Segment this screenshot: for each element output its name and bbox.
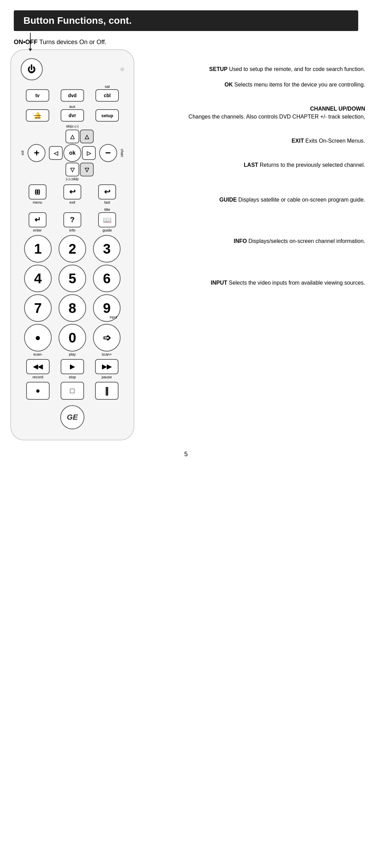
dvd-button[interactable]: dvd <box>61 89 84 102</box>
play-button[interactable]: ▶ <box>61 359 84 374</box>
record-label: record <box>32 375 43 379</box>
title-label-above: title <box>104 207 110 212</box>
dvr-button[interactable]: dvr <box>61 109 84 122</box>
transport-row: ◀◀ record ▶ stop ▶▶ pause <box>17 359 127 379</box>
vol-label: vol <box>20 151 24 155</box>
scan-plus-label: scan+ <box>102 352 112 356</box>
dpad-up-button[interactable]: △ <box>65 130 79 143</box>
chan-down-button[interactable]: ▽ <box>80 163 94 176</box>
scan-minus-label: scan- <box>33 352 43 356</box>
rewind-button[interactable]: ◀◀ <box>26 359 50 374</box>
numpad-row-1: 1 2 3 <box>17 235 127 263</box>
header-title: Button Functions, cont. <box>23 15 132 26</box>
input-sublabel: input <box>110 315 117 319</box>
menu-label: menu <box>33 200 42 204</box>
led-indicator <box>121 68 124 71</box>
vol-chan-row: vol + skip▷▷| △ <box>17 124 127 182</box>
last-label: last <box>104 200 110 204</box>
power-button[interactable]: ⏻ <box>21 58 43 80</box>
num-2-button[interactable]: 2 <box>59 235 86 263</box>
chan-label: chan <box>120 149 124 157</box>
dot-button[interactable]: ● <box>24 324 52 351</box>
dpad-left-button[interactable]: ◁ <box>49 146 63 160</box>
cbl-button[interactable]: cbl <box>95 89 119 102</box>
dpad-area: skip▷▷| △ △ <box>49 124 96 182</box>
num-8-button[interactable]: 8 <box>59 294 86 322</box>
power-row: ⏻ <box>17 58 127 80</box>
onoff-arrow-head <box>29 49 32 51</box>
last-button[interactable]: ↩ <box>98 184 116 200</box>
vol-minus-col: − <box>99 144 117 162</box>
device-row: tv dvd sat cbl <box>17 84 127 102</box>
dpad-right-button[interactable]: ▷ <box>82 146 96 160</box>
stop-label: stop <box>69 375 76 379</box>
skip-label: skip▷▷| <box>66 124 79 128</box>
input-button[interactable]: ➩ <box>93 324 121 351</box>
exit-label: exit <box>69 200 75 204</box>
ge-logo: GE <box>60 405 84 429</box>
input-annotation: INPUT Selects the video inputs from avai… <box>162 279 365 287</box>
rsp-row: ● □ ‖ <box>17 382 127 400</box>
vol-up-button[interactable]: + <box>28 144 45 162</box>
enter-label: enter <box>33 228 42 232</box>
num-0-button[interactable]: 0 <box>59 324 86 351</box>
num-4-button[interactable]: 4 <box>24 265 52 292</box>
guide-annotation: GUIDE Displays satellite or cable on-scr… <box>162 196 365 204</box>
setup-button[interactable]: setup <box>95 109 119 122</box>
info-annotation: INFO Displays/selects on-screen channel … <box>162 237 365 245</box>
tv-button[interactable]: tv <box>26 89 49 102</box>
sat-label: sat <box>105 84 110 89</box>
onoff-arrow-line <box>30 33 31 50</box>
annotations-panel: SETUP Used to setup the remote, and for … <box>152 38 365 440</box>
record-button[interactable]: ● <box>26 382 50 400</box>
num-9-button[interactable]: 9 input <box>93 294 121 322</box>
info-button[interactable]: ? <box>63 212 81 227</box>
stop-button[interactable]: □ <box>61 382 84 400</box>
numpad: 1 2 3 4 5 <box>17 235 127 356</box>
eig-row: ↵ enter ? info title 📖 <box>17 207 127 232</box>
back-skip-label: |◁◁skip <box>66 177 79 181</box>
numpad-row-3: 7 8 9 input <box>17 294 127 322</box>
num-1-button[interactable]: 1 <box>24 235 52 263</box>
guide-button[interactable]: 📖 <box>98 212 116 227</box>
dpad-down-button[interactable]: ▽ <box>65 163 79 176</box>
pause-label: pause <box>102 375 112 379</box>
aux-row: 🔔 aux dvr setup <box>17 104 127 122</box>
exit-button[interactable]: ↩ <box>63 184 81 200</box>
mel-row: ⊞ menu ↩ exit ↩ last <box>17 184 127 204</box>
play-label-0: play <box>69 352 76 356</box>
numpad-row-2: 4 5 6 <box>17 265 127 292</box>
enter-button[interactable]: ↵ <box>29 212 46 227</box>
num-3-button[interactable]: 3 <box>93 235 121 263</box>
vol-col: + <box>28 144 45 162</box>
pause-button[interactable]: ‖ <box>95 382 118 400</box>
num-7-button[interactable]: 7 <box>24 294 52 322</box>
channel-annotation: CHANNEL UP/DOWN Changes the channels. Al… <box>162 105 365 121</box>
last-annotation: LAST Returns to the previously selected … <box>162 161 365 169</box>
num-6-button[interactable]: 6 <box>93 265 121 292</box>
page-number: 5 <box>0 451 372 468</box>
chan-up-button[interactable]: △ <box>80 130 94 143</box>
aux-label: aux <box>69 104 75 109</box>
ok-button[interactable]: ok <box>63 144 81 162</box>
mute-button[interactable]: 🔔 <box>26 109 49 122</box>
info-label: info <box>69 228 75 232</box>
remote-control: ⏻ tv dvd <box>10 49 134 440</box>
sps-row: ● scan- 0 play ➩ <box>17 324 127 356</box>
vol-down-button[interactable]: − <box>99 144 117 162</box>
num-5-button[interactable]: 5 <box>59 265 86 292</box>
fastforward-button[interactable]: ▶▶ <box>95 359 118 374</box>
on-off-description: ON•OFF Turns devices On or Off. <box>14 38 106 47</box>
header-bar: Button Functions, cont. <box>14 10 358 31</box>
exit-annotation: EXIT Exits On-Screen Menus. <box>162 137 365 145</box>
menu-button[interactable]: ⊞ <box>29 184 46 200</box>
setup-annotation: SETUP Used to setup the remote, and for … <box>162 65 365 89</box>
guide-label: guide <box>103 228 112 232</box>
